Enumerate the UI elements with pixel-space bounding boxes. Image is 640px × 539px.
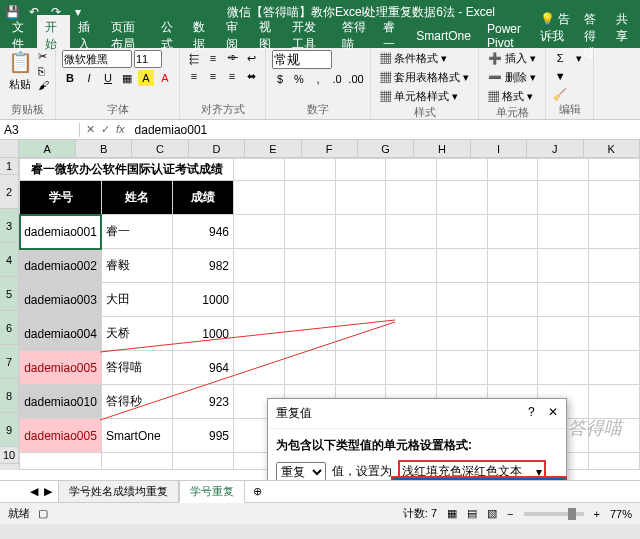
- cell-a8[interactable]: dademiao010: [20, 385, 102, 419]
- col-header-j[interactable]: J: [527, 140, 583, 157]
- cancel-formula-icon[interactable]: ✕: [86, 123, 95, 136]
- paste-icon[interactable]: 📋: [6, 50, 34, 74]
- align-left-icon[interactable]: ≡: [186, 68, 202, 84]
- format-painter-icon[interactable]: 🖌: [38, 79, 49, 91]
- value-label: 值，设置为: [332, 463, 392, 480]
- cut-icon[interactable]: ✂: [38, 50, 49, 63]
- clear-icon[interactable]: 🧹: [552, 86, 568, 102]
- status-mode: 就绪: [8, 506, 30, 521]
- col-header-k[interactable]: K: [584, 140, 640, 157]
- align-middle-icon[interactable]: ≡: [205, 50, 221, 66]
- cell-a5[interactable]: dademiao003: [20, 283, 102, 317]
- merge-icon[interactable]: ⬌: [243, 68, 259, 84]
- group-number: $ % , .0 .00 数字: [266, 48, 371, 119]
- align-right-icon[interactable]: ≡: [224, 68, 240, 84]
- font-name-select[interactable]: [62, 50, 132, 68]
- col-header-i[interactable]: I: [471, 140, 527, 157]
- col-header-h[interactable]: H: [414, 140, 470, 157]
- comma-icon[interactable]: ,: [310, 71, 326, 87]
- conditional-format-button[interactable]: ▦ 条件格式 ▾: [377, 50, 472, 67]
- col-header-f[interactable]: F: [302, 140, 358, 157]
- zoom-in-icon[interactable]: +: [594, 508, 600, 520]
- percent-icon[interactable]: %: [291, 71, 307, 87]
- row-header[interactable]: 8: [0, 379, 19, 413]
- sheet-tab[interactable]: 学号姓名成绩均重复: [58, 480, 179, 503]
- fx-icon[interactable]: fx: [116, 123, 125, 136]
- zoom-out-icon[interactable]: −: [507, 508, 513, 520]
- row-header[interactable]: 7: [0, 345, 19, 379]
- formula-bar[interactable]: dademiao001: [131, 123, 640, 137]
- font-size-select[interactable]: [134, 50, 162, 68]
- table-format-button[interactable]: ▦ 套用表格格式 ▾: [377, 69, 472, 86]
- cell-a7[interactable]: dademiao005: [20, 351, 102, 385]
- row-header[interactable]: 6: [0, 311, 19, 345]
- bold-button[interactable]: B: [62, 70, 78, 86]
- format-cells-button[interactable]: ▦ 格式 ▾: [485, 88, 539, 105]
- row-header[interactable]: 10: [0, 447, 19, 464]
- cell-style-button[interactable]: ▦ 单元格样式 ▾: [377, 88, 472, 105]
- align-top-icon[interactable]: ⬱: [186, 50, 202, 66]
- view-normal-icon[interactable]: ▦: [447, 507, 457, 520]
- row-header[interactable]: 9: [0, 413, 19, 447]
- share-button[interactable]: 共享: [616, 11, 632, 62]
- add-sheet-icon[interactable]: ⊕: [245, 482, 270, 501]
- insert-cells-button[interactable]: ➕ 插入 ▾: [485, 50, 539, 67]
- fill-icon[interactable]: ▼: [552, 68, 568, 84]
- view-layout-icon[interactable]: ▤: [467, 507, 477, 520]
- header-name[interactable]: 姓名: [101, 181, 172, 215]
- watermark: 答得喵: [568, 416, 622, 440]
- row-header[interactable]: 2: [0, 175, 19, 209]
- dup-type-select[interactable]: 重复: [276, 462, 326, 481]
- header-score[interactable]: 成绩: [173, 181, 234, 215]
- sheet-nav-next-icon[interactable]: ▶: [44, 485, 52, 498]
- zoom-level[interactable]: 77%: [610, 508, 632, 520]
- decrease-decimal-icon[interactable]: .00: [348, 71, 364, 87]
- format-option[interactable]: 浅红填充色深红色文本: [393, 478, 565, 480]
- cell-a6[interactable]: dademiao004: [20, 317, 102, 351]
- border-button[interactable]: ▦: [119, 70, 135, 86]
- number-format-select[interactable]: [272, 50, 332, 69]
- row-header[interactable]: 5: [0, 277, 19, 311]
- name-box[interactable]: A3: [0, 123, 80, 137]
- sheet-nav-prev-icon[interactable]: ◀: [30, 485, 38, 498]
- row-header[interactable]: 4: [0, 243, 19, 277]
- group-styles: ▦ 条件格式 ▾ ▦ 套用表格格式 ▾ ▦ 单元格样式 ▾ 样式: [371, 48, 479, 119]
- worksheet-grid[interactable]: A B C D E F G H I J K 1 2 3 4 5 6 7 8 9 …: [0, 140, 640, 480]
- select-all-corner[interactable]: [0, 140, 19, 157]
- font-color-button[interactable]: A: [157, 70, 173, 86]
- col-header-e[interactable]: E: [245, 140, 301, 157]
- delete-cells-button[interactable]: ➖ 删除 ▾: [485, 69, 539, 86]
- cell-a9[interactable]: dademiao005: [20, 419, 102, 453]
- zoom-slider[interactable]: [524, 512, 584, 516]
- col-header-g[interactable]: G: [358, 140, 414, 157]
- column-headers: A B C D E F G H I J K: [0, 140, 640, 158]
- tab-smartone[interactable]: SmartOne: [408, 25, 479, 47]
- table-title[interactable]: 睿一微软办公软件国际认证考试成绩: [20, 159, 234, 181]
- col-header-d[interactable]: D: [189, 140, 245, 157]
- cell-a3[interactable]: dademiao001: [20, 215, 102, 249]
- macro-record-icon[interactable]: ▢: [38, 507, 48, 520]
- enter-formula-icon[interactable]: ✓: [101, 123, 110, 136]
- italic-button[interactable]: I: [81, 70, 97, 86]
- copy-icon[interactable]: ⎘: [38, 65, 49, 77]
- underline-button[interactable]: U: [100, 70, 116, 86]
- sheet-tab[interactable]: 学号重复: [179, 480, 245, 503]
- row-header[interactable]: 1: [0, 158, 19, 175]
- align-bottom-icon[interactable]: ⬲: [224, 50, 240, 66]
- autosum-icon[interactable]: Σ: [552, 50, 568, 66]
- paste-button[interactable]: 粘贴: [6, 76, 34, 93]
- align-center-icon[interactable]: ≡: [205, 68, 221, 84]
- col-header-b[interactable]: B: [76, 140, 132, 157]
- view-pagebreak-icon[interactable]: ▧: [487, 507, 497, 520]
- fill-color-button[interactable]: A: [138, 70, 154, 86]
- dialog-close-icon[interactable]: ✕: [548, 405, 558, 419]
- dialog-help-icon[interactable]: ?: [528, 405, 535, 419]
- col-header-c[interactable]: C: [132, 140, 188, 157]
- header-id[interactable]: 学号: [20, 181, 102, 215]
- wrap-text-icon[interactable]: ↩: [243, 50, 259, 66]
- row-header[interactable]: 3: [0, 209, 19, 243]
- cell-a4[interactable]: dademiao002: [20, 249, 102, 283]
- increase-decimal-icon[interactable]: .0: [329, 71, 345, 87]
- currency-icon[interactable]: $: [272, 71, 288, 87]
- col-header-a[interactable]: A: [19, 140, 75, 157]
